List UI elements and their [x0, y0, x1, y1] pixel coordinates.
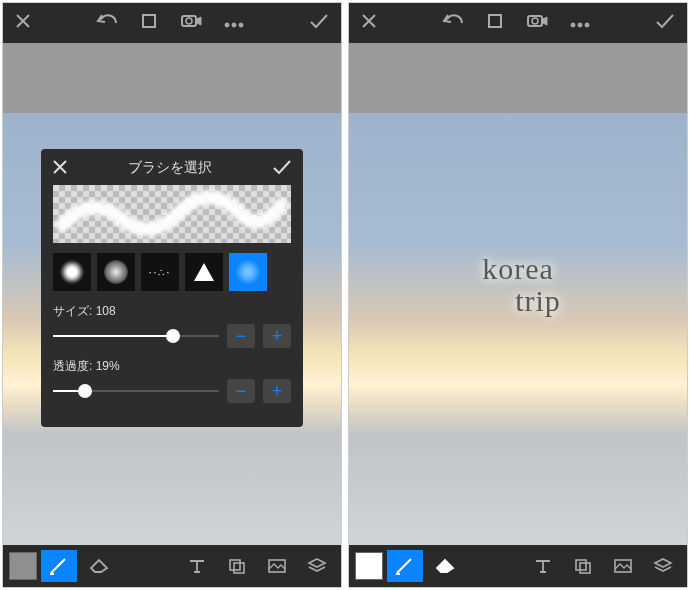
phone-right: korea trip — [348, 2, 688, 588]
svg-point-5 — [239, 23, 243, 27]
size-minus-button[interactable]: − — [227, 324, 255, 348]
bottom-toolbar — [349, 545, 687, 587]
color-swatch[interactable] — [355, 552, 383, 580]
text-tool[interactable] — [525, 550, 561, 582]
brush-thumb-dots[interactable]: ∙∙∴∙ — [141, 253, 179, 291]
modal-close-icon[interactable] — [53, 160, 67, 177]
layers-tool[interactable] — [299, 550, 335, 582]
transform-tool[interactable] — [565, 550, 601, 582]
modal-title: ブラシを選択 — [128, 159, 212, 177]
size-label: サイズ: 108 — [53, 303, 291, 320]
crop-icon[interactable] — [140, 12, 158, 34]
phone-left: ブラシを選択 ∙∙∴∙ サイズ: 108 — [2, 2, 342, 588]
svg-rect-7 — [234, 563, 244, 573]
more-icon[interactable] — [570, 14, 590, 32]
more-icon[interactable] — [224, 14, 244, 32]
crop-icon[interactable] — [486, 12, 504, 34]
camera-icon[interactable] — [526, 13, 548, 33]
opacity-label: 透過度: 19% — [53, 358, 291, 375]
text-line-1: korea — [482, 252, 554, 285]
canvas-area[interactable]: ブラシを選択 ∙∙∴∙ サイズ: 108 — [3, 43, 341, 545]
undo-icon[interactable] — [96, 13, 118, 33]
brush-tool[interactable] — [387, 550, 423, 582]
brush-thumb-cloud[interactable] — [53, 253, 91, 291]
brush-tool[interactable] — [41, 550, 77, 582]
svg-point-4 — [232, 23, 236, 27]
opacity-slider[interactable] — [53, 390, 219, 392]
size-slider[interactable] — [53, 335, 219, 337]
bottom-toolbar — [3, 545, 341, 587]
image-tool[interactable] — [605, 550, 641, 582]
layers-tool[interactable] — [645, 550, 681, 582]
svg-point-14 — [585, 23, 589, 27]
svg-point-11 — [532, 18, 538, 24]
svg-rect-6 — [230, 560, 240, 570]
svg-point-2 — [186, 18, 192, 24]
brush-thumb-spray[interactable] — [97, 253, 135, 291]
close-icon[interactable] — [361, 13, 377, 33]
top-toolbar — [349, 3, 687, 43]
eraser-tool[interactable] — [427, 550, 463, 582]
svg-rect-0 — [143, 15, 155, 27]
text-line-2: trip — [389, 285, 687, 317]
camera-icon[interactable] — [180, 13, 202, 33]
color-swatch[interactable] — [9, 552, 37, 580]
modal-confirm-icon[interactable] — [273, 160, 291, 177]
confirm-icon[interactable] — [655, 13, 675, 33]
svg-point-12 — [571, 23, 575, 27]
brush-thumb-triangle[interactable] — [185, 253, 223, 291]
close-icon[interactable] — [15, 13, 31, 33]
size-plus-button[interactable]: + — [263, 324, 291, 348]
undo-icon[interactable] — [442, 13, 464, 33]
canvas-area[interactable]: korea trip — [349, 43, 687, 545]
text-tool[interactable] — [179, 550, 215, 582]
svg-rect-16 — [580, 563, 590, 573]
brush-picker-modal: ブラシを選択 ∙∙∴∙ サイズ: 108 — [41, 149, 303, 427]
image-tool[interactable] — [259, 550, 295, 582]
opacity-minus-button[interactable]: − — [227, 379, 255, 403]
confirm-icon[interactable] — [309, 13, 329, 33]
transform-tool[interactable] — [219, 550, 255, 582]
svg-point-13 — [578, 23, 582, 27]
opacity-plus-button[interactable]: + — [263, 379, 291, 403]
size-slider-block: サイズ: 108 − + — [53, 303, 291, 348]
brush-thumb-soft[interactable] — [229, 253, 267, 291]
brush-thumbnails: ∙∙∴∙ — [53, 253, 291, 291]
top-toolbar — [3, 3, 341, 43]
svg-rect-9 — [489, 15, 501, 27]
svg-point-3 — [225, 23, 229, 27]
handwritten-text: korea trip — [349, 253, 687, 316]
eraser-tool[interactable] — [81, 550, 117, 582]
svg-rect-15 — [576, 560, 586, 570]
brush-preview — [53, 185, 291, 243]
opacity-slider-block: 透過度: 19% − + — [53, 358, 291, 403]
